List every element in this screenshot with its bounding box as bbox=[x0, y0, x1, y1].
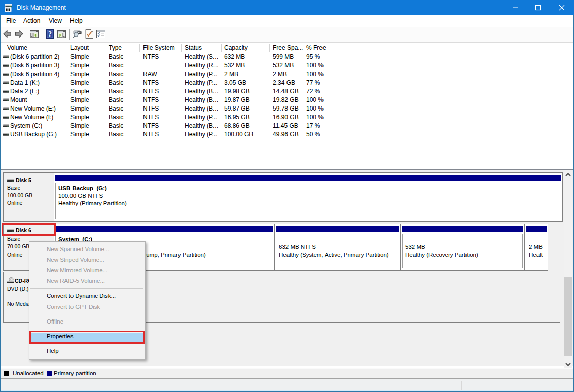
svg-text:?: ? bbox=[48, 30, 52, 38]
